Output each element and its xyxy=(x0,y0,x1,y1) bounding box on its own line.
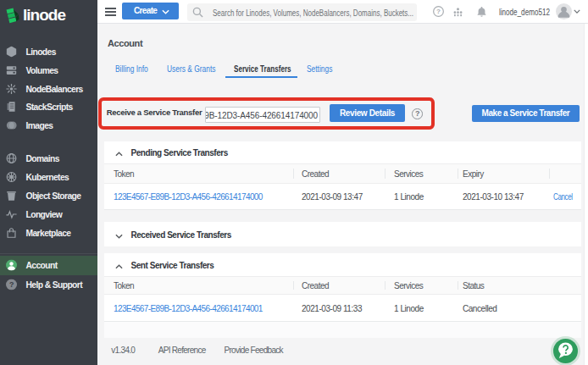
svg-text:?: ? xyxy=(436,8,441,15)
svg-text:?: ? xyxy=(9,280,14,289)
